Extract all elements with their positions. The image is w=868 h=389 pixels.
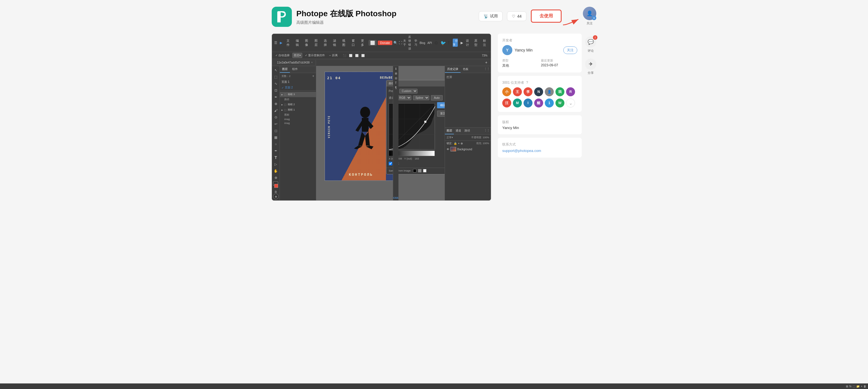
ps-eye-icon[interactable]: 👁 xyxy=(446,148,450,151)
ps-blend-select[interactable]: 正常▾ xyxy=(446,136,453,139)
ps-transform-btn3[interactable]: ⬜ xyxy=(354,54,360,58)
ps-social2-icon[interactable]: 🐦 xyxy=(440,40,446,46)
ps-brush-tool[interactable]: 🖌 xyxy=(273,108,279,114)
ps-components-tab[interactable]: 组件 xyxy=(290,66,300,73)
supporter-1[interactable]: 小 xyxy=(502,87,511,96)
ps-history-open-item[interactable]: 打开 xyxy=(446,75,489,80)
ps-move-tool[interactable]: ↖ xyxy=(273,67,279,73)
ps-pen-tool[interactable]: ✒ xyxy=(273,148,279,154)
ps-menu-edit[interactable]: 编辑 xyxy=(294,38,302,48)
ps-ok-btn[interactable]: 确定 xyxy=(437,102,445,108)
ps-transform-btn2[interactable]: ⬜ xyxy=(348,54,353,58)
ps-info-icon[interactable]: ℹ xyxy=(395,67,397,70)
ps-preset-select[interactable]: Custom xyxy=(399,89,417,93)
ps-swatch-gray[interactable] xyxy=(418,169,422,172)
supporter-3[interactable]: 李 xyxy=(524,87,532,96)
ps-css-label[interactable]: CSS xyxy=(393,197,399,199)
ps-color-tab[interactable]: 色板 xyxy=(461,66,471,73)
ps-tab-close-btn[interactable]: × xyxy=(311,61,313,64)
ps-menu-tab-icon[interactable]: ⬜ xyxy=(369,40,377,46)
user-follow-label[interactable]: 关注 xyxy=(587,21,593,26)
supporters-expand-btn[interactable]: ⌄ xyxy=(566,98,575,108)
follow-button[interactable]: 关注 xyxy=(563,47,577,54)
ps-history-brush-tool[interactable]: ↩ xyxy=(273,121,279,127)
ps-gradient-tool[interactable]: ▦ xyxy=(273,134,279,141)
ps-ruler-icon[interactable]: ⊞ xyxy=(395,72,397,75)
ps-menu-more[interactable]: 更多 xyxy=(359,38,367,48)
ps-clone-tool[interactable]: ⊙ xyxy=(273,114,279,120)
ps-panel-menu-btn[interactable]: ⋮⋮ xyxy=(483,66,491,73)
ps-select-rect-tool[interactable]: ⬚ xyxy=(273,74,279,80)
try-button[interactable]: 📡 试用 xyxy=(479,11,502,21)
ps-swatch-white[interactable] xyxy=(423,169,427,172)
supporter-10[interactable]: I xyxy=(524,98,532,108)
supporter-2[interactable]: 王 xyxy=(513,87,522,96)
ps-heal-tool[interactable]: ⊕ xyxy=(273,101,279,107)
ps-share-btn[interactable]: 分享 xyxy=(453,39,460,47)
ps-bug-icon[interactable]: 反馈错误 xyxy=(408,35,412,51)
ps-social3-icon[interactable]: f xyxy=(448,40,450,45)
use-button[interactable]: 去使用 xyxy=(531,9,562,23)
ps-menu-layer[interactable]: 图层 xyxy=(313,38,321,48)
ps-lasso-tool[interactable]: ∿ xyxy=(273,81,279,87)
ps-hamburger-icon[interactable]: ☰ xyxy=(274,41,277,45)
ps-add-page-btn[interactable]: + xyxy=(312,74,314,78)
ps-social1-icon[interactable]: ⚙ xyxy=(434,40,438,46)
ps-layers-mini-tab[interactable]: 图层 xyxy=(445,128,454,134)
ps-active-tab[interactable]: 11e2a0e47add5d7cb3438 × xyxy=(274,60,316,65)
ps-transform-btn1[interactable]: ⬛ xyxy=(342,54,347,58)
ps-swatch-black[interactable] xyxy=(413,169,416,172)
ps-prototype-tab[interactable]: 原型 xyxy=(473,38,480,48)
share-action[interactable]: ✈ 分享 xyxy=(585,59,596,75)
ps-zoom-btn[interactable]: ⊕ xyxy=(273,194,279,199)
ps-layer-frame1[interactable]: ▸ ⬚ 画框 1 xyxy=(280,107,316,113)
supporter-8[interactable]: 汪 xyxy=(502,98,511,108)
ps-eraser-tool[interactable]: ◻ xyxy=(273,128,279,134)
ps-layer-path-item[interactable]: 路径 xyxy=(280,97,316,102)
ps-layer-frame3[interactable]: ▸ ⬚ 画框 3 xyxy=(280,92,316,97)
supporter-11[interactable]: 醒 xyxy=(534,98,543,108)
ps-interp-select[interactable]: Spline xyxy=(413,95,429,100)
ps-layer-select[interactable]: 图层▾ xyxy=(292,53,302,58)
ps-hand-tool[interactable]: ✋ xyxy=(273,168,279,174)
ps-eyedropper-tool[interactable]: ✒ xyxy=(273,94,279,100)
ps-auto-btn[interactable]: Auto xyxy=(431,95,443,100)
ps-page1-item[interactable]: 页面 1 xyxy=(280,79,316,85)
ps-layer-frame3-expand[interactable]: ▸ xyxy=(281,93,283,96)
ps-reset-btn[interactable]: 重置 xyxy=(437,111,445,117)
ps-layer-frame2[interactable]: ▸ ⬚ 画框 2 xyxy=(280,102,316,107)
ps-layer-imag2-item[interactable]: imag xyxy=(280,121,316,125)
like-button[interactable]: ♡ 44 xyxy=(507,11,526,21)
ps-distance-icon[interactable]: ↔ 距离 xyxy=(328,53,339,58)
supporter-13[interactable]: W xyxy=(555,98,564,108)
ps-opacity-label[interactable]: 不透明度: 100% xyxy=(471,136,489,139)
ps-learn-icon[interactable]: 学习 xyxy=(414,39,417,47)
ps-dodge-tool[interactable]: ○ xyxy=(273,141,279,147)
comment-action[interactable]: 💬 2 评论 xyxy=(585,36,596,53)
ps-search-icon[interactable]: 🔍 xyxy=(394,41,398,45)
ps-layers-tab[interactable]: 图层 xyxy=(280,66,290,73)
ps-lock-icon1[interactable]: 🔒 xyxy=(454,142,457,145)
supporter-12[interactable]: 1 xyxy=(545,98,554,108)
ps-paths-tab[interactable]: 路径 xyxy=(463,128,472,134)
ps-zoom-tool[interactable]: ⊕ xyxy=(273,175,279,181)
ps-preview-checkbox[interactable] xyxy=(389,162,392,166)
ps-blog-icon[interactable]: Blog xyxy=(420,41,425,44)
supporter-7[interactable]: R xyxy=(566,87,575,96)
ps-transform-btn4[interactable]: ⬜ xyxy=(360,54,366,58)
ps-history-tab[interactable]: 历史记录 xyxy=(445,66,461,73)
ps-crop-tool[interactable]: ⊡ xyxy=(273,87,279,93)
ps-layer-icon-item[interactable]: 图标 xyxy=(280,113,316,117)
ps-layers-menu-btn[interactable]: ⋮⋮ xyxy=(483,128,491,134)
ps-annotate-tab[interactable]: 标注 xyxy=(481,38,489,48)
ps-menu-select[interactable]: 选择 xyxy=(322,38,330,48)
ps-menu-view[interactable]: 视图 xyxy=(341,38,349,48)
ps-channels-tab[interactable]: 通道 xyxy=(454,128,463,134)
ps-fg-color[interactable] xyxy=(274,184,278,188)
ps-api-icon[interactable]: API xyxy=(427,41,432,44)
supporter-4[interactable]: N xyxy=(534,87,543,96)
ps-channel-select[interactable]: RGB xyxy=(397,95,411,100)
supporter-6[interactable]: 我 xyxy=(555,87,564,96)
ps-page2-item[interactable]: ✓页面 2 xyxy=(280,85,316,90)
supporter-9[interactable]: M xyxy=(513,98,522,108)
